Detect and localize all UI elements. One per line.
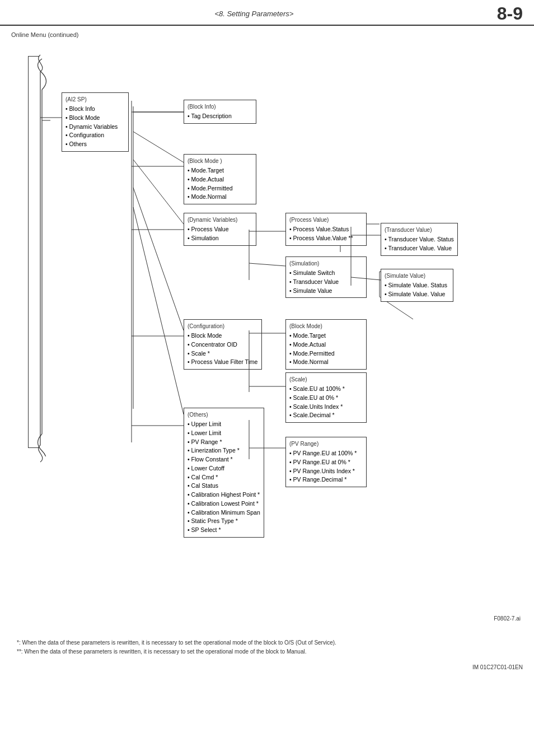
block-mode-list: Mode.Target Mode.Actual Mode.Permitted M…	[188, 166, 252, 202]
page-header: <8. Setting Parameters> 8-9	[0, 0, 534, 26]
scale-item-2: Scale.EU at 0% *	[289, 394, 363, 403]
config-item-4: Process Value Filter Time	[188, 358, 258, 367]
tv-item-2: Transducer Value. Value	[385, 244, 454, 253]
others-item-3: PV Range *	[188, 438, 260, 447]
bm2-item-1: Mode.Target	[289, 332, 363, 340]
bm-item-4: Mode.Normal	[188, 193, 252, 202]
simulate-value-list: Simulate Value. Status Simulate Value. V…	[385, 281, 449, 299]
config-item-1: Block Mode	[188, 332, 258, 340]
footnotes: *: When the data of these parameters is …	[11, 638, 523, 656]
block-info-box: (Block Info) Tag Description	[184, 100, 256, 124]
bm2-item-3: Mode.Permitted	[289, 349, 363, 358]
pv-item-2: Process Value.Value **	[289, 234, 363, 243]
svg-line-4	[133, 132, 184, 162]
others-list: Upper Limit Lower Limit PV Range * Liner…	[188, 420, 260, 535]
online-menu-title: Online Menu (continued)	[11, 31, 523, 38]
dynamic-variables-box: (Dynamic Variables) Process Value Simula…	[184, 213, 256, 246]
others-item-9: Calibration Highest Point *	[188, 491, 260, 500]
bm2-item-4: Mode.Normal	[289, 358, 363, 367]
block-mode-box: (Block Mode ) Mode.Target Mode.Actual Mo…	[184, 154, 256, 204]
simulate-value-label: (Simulate Value)	[385, 272, 449, 280]
scale-item-1: Scale.EU at 100% *	[289, 385, 363, 394]
sim-item-1: Simulate Switch	[289, 269, 363, 278]
others-label: (Others)	[188, 410, 260, 419]
block-info-label: (Block Info)	[188, 102, 252, 111]
pvr-item-3: PV Range.Units Index *	[289, 467, 363, 476]
others-item-4: Linerization Type *	[188, 446, 260, 455]
block-mode2-list: Mode.Target Mode.Actual Mode.Permitted M…	[289, 332, 363, 367]
pvr-item-2: PV Range.EU at 0% *	[289, 458, 363, 467]
others-item-5: Flow Constant *	[188, 455, 260, 464]
sim-item-2: Transducer Value	[289, 278, 363, 287]
block-mode2-box: (Block Mode) Mode.Target Mode.Actual Mod…	[285, 319, 367, 370]
process-value-label: (Process Value)	[289, 216, 363, 224]
footnote-double-star: **: When the data of these parameters is…	[17, 647, 523, 656]
transducer-value-list: Transducer Value. Status Transducer Valu…	[385, 235, 454, 253]
transducer-value-box: (Transducer Value) Transducer Value. Sta…	[381, 223, 458, 256]
tv-item-1: Transducer Value. Status	[385, 235, 454, 244]
others-item-1: Upper Limit	[188, 420, 260, 429]
configuration-box: (Configuration) Block Mode Concentrator …	[184, 319, 262, 370]
block-mode2-label: (Block Mode)	[289, 322, 363, 330]
transducer-value-label: (Transducer Value)	[385, 226, 454, 234]
svg-line-5	[133, 160, 184, 224]
pv-range-box: (PV Range) PV Range.EU at 100% * PV Rang…	[285, 437, 367, 487]
block-info-list: Tag Description	[188, 112, 252, 121]
pv-range-label: (PV Range)	[289, 440, 363, 448]
header-title: <8. Setting Parameters>	[11, 10, 497, 18]
pvr-item-1: PV Range.EU at 100% *	[289, 449, 363, 458]
pvr-item-4: PV Range.Decimal *	[289, 475, 363, 484]
others-item-8: Cal Status	[188, 482, 260, 491]
simulate-value-box: (Simulate Value) Simulate Value. Status …	[381, 269, 453, 302]
others-item-10: Calibration Lowest Point *	[188, 500, 260, 508]
scale-item-3: Scale.Units Index *	[289, 403, 363, 412]
others-box: (Others) Upper Limit Lower Limit PV Rang…	[184, 408, 264, 538]
svg-line-7	[133, 207, 184, 414]
bm2-item-2: Mode.Actual	[289, 340, 363, 349]
others-item-12: Static Pres Type *	[188, 517, 260, 526]
footer-text: IM 01C27C01-01EN	[472, 664, 523, 670]
block-mode-label: (Block Mode )	[188, 157, 252, 165]
sv-item-2: Simulate Value. Value	[385, 290, 449, 299]
dv-item-2: Simulation	[188, 234, 252, 243]
bm-item-3: Mode.Permitted	[188, 184, 252, 193]
page-footer: IM 01C27C01-01EN	[0, 662, 534, 673]
others-item-6: Lower Cutoff	[188, 464, 260, 473]
block-info-item-1: Tag Description	[188, 112, 252, 121]
process-value-list: Process Value.Status Process Value.Value…	[289, 225, 363, 243]
scale-box: (Scale) Scale.EU at 100% * Scale.EU at 0…	[285, 372, 367, 423]
page-number: 8-9	[497, 4, 523, 22]
sim-item-3: Simulate Value	[289, 287, 363, 296]
dv-item-1: Process Value	[188, 225, 252, 234]
simulation-label: (Simulation)	[289, 259, 363, 268]
pv-item-1: Process Value.Status	[289, 225, 363, 234]
config-item-3: Scale *	[188, 349, 258, 358]
scale-item-4: Scale.Decimal *	[289, 411, 363, 420]
page-content: Online Menu (continued) (AI2 SP) Block I…	[0, 26, 534, 662]
others-item-2: Lower Limit	[188, 429, 260, 438]
scale-list: Scale.EU at 100% * Scale.EU at 0% * Scal…	[289, 385, 363, 420]
others-item-13: SP Select *	[188, 526, 260, 535]
pv-range-list: PV Range.EU at 100% * PV Range.EU at 0% …	[289, 449, 363, 484]
bm-item-1: Mode.Target	[188, 166, 252, 175]
bm-item-2: Mode.Actual	[188, 175, 252, 184]
configuration-label: (Configuration)	[188, 322, 258, 330]
dynamic-variables-label: (Dynamic Variables)	[188, 216, 252, 224]
sv-item-1: Simulate Value. Status	[385, 281, 449, 290]
dynamic-variables-list: Process Value Simulation	[188, 225, 252, 243]
config-item-2: Concentrator OID	[188, 340, 258, 349]
figure-label: F0802-7.ai	[494, 615, 521, 622]
svg-line-6	[133, 188, 184, 330]
simulation-box: (Simulation) Simulate Switch Transducer …	[285, 256, 367, 298]
footnote-single-star: *: When the data of these parameters is …	[17, 638, 523, 647]
process-value-box: (Process Value) Process Value.Status Pro…	[285, 213, 367, 246]
others-item-11: Calibration Minimum Span	[188, 508, 260, 517]
configuration-list: Block Mode Concentrator OID Scale * Proc…	[188, 332, 258, 367]
others-item-7: Cal Cmd *	[188, 473, 260, 482]
diagram-area: (AI2 SP) Block Info Block Mode Dynamic V…	[11, 45, 526, 633]
scale-label: (Scale)	[289, 375, 363, 384]
simulation-list: Simulate Switch Transducer Value Simulat…	[289, 269, 363, 295]
